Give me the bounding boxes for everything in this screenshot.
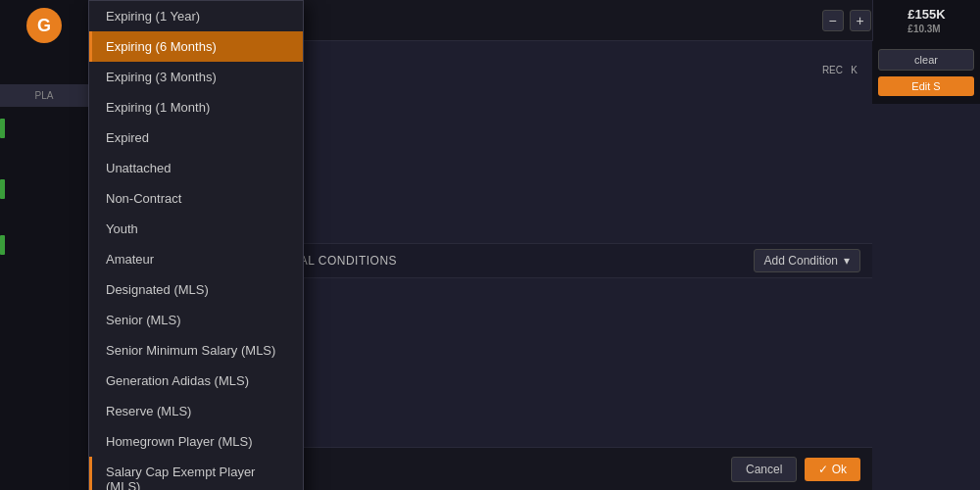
- dropdown-item-15[interactable]: Salary Cap Exempt Player (MLS): [89, 457, 303, 490]
- edit-button[interactable]: Edit S: [878, 76, 974, 96]
- add-condition-chevron-icon: ▾: [844, 254, 850, 268]
- price-main: £155K: [907, 7, 945, 22]
- dropdown-item-10[interactable]: Senior (MLS): [89, 305, 303, 335]
- dropdown-item-14[interactable]: Homegrown Player (MLS): [89, 426, 303, 457]
- dropdown-item-2[interactable]: Expiring (3 Months): [89, 62, 303, 92]
- clear-button[interactable]: clear: [878, 49, 974, 71]
- dropdown-item-3[interactable]: Expiring (1 Month): [89, 92, 303, 122]
- ok-button[interactable]: ✓ Ok: [805, 458, 860, 481]
- dropdown-item-6[interactable]: Non-Contract: [89, 183, 303, 214]
- dropdown-item-9[interactable]: Designated (MLS): [89, 274, 303, 305]
- dropdown-item-12[interactable]: Generation Adidas (MLS): [89, 366, 303, 396]
- right-actions-panel: clear Edit S: [872, 41, 980, 104]
- col-header-k: K: [851, 65, 858, 75]
- sidebar-items-list: PLA: [0, 41, 88, 270]
- dropdown-item-7[interactable]: Youth: [89, 214, 303, 244]
- price-sub: £10.3M: [907, 24, 945, 34]
- conditions-bar: DITIONAL CONDITIONS Add Condition ▾: [245, 243, 872, 278]
- dropdown-item-8[interactable]: Amateur: [89, 244, 303, 274]
- price-display: £155K £10.3M: [872, 0, 980, 41]
- match-plus-button[interactable]: +: [850, 10, 871, 31]
- dropdown-item-5[interactable]: Unattached: [89, 153, 303, 183]
- sidebar-item-pla[interactable]: PLA: [0, 84, 88, 107]
- dropdown-item-1[interactable]: Expiring (6 Months): [89, 31, 303, 62]
- cancel-button[interactable]: Cancel: [731, 457, 797, 482]
- contract-type-dropdown: Expiring (1 Year)Expiring (6 Months)Expi…: [88, 0, 304, 490]
- dropdown-item-4[interactable]: Expired: [89, 122, 303, 153]
- dropdown-item-13[interactable]: Reserve (MLS): [89, 396, 303, 426]
- match-minus-button[interactable]: −: [822, 10, 844, 31]
- add-condition-label: Add Condition: [764, 254, 838, 268]
- dropdown-item-11[interactable]: Senior Minimum Salary (MLS): [89, 335, 303, 366]
- rec-label: REC: [822, 65, 843, 75]
- app-logo: G: [26, 8, 62, 43]
- dropdown-item-0[interactable]: Expiring (1 Year): [89, 1, 303, 31]
- add-condition-button[interactable]: Add Condition ▾: [754, 249, 860, 272]
